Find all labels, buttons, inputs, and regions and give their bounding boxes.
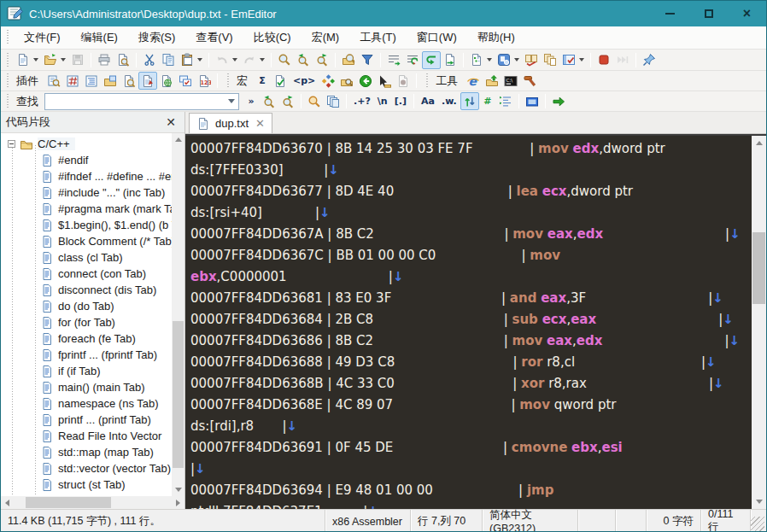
dropdown-arrow-icon[interactable] bbox=[260, 58, 265, 61]
back-arrow-macro-button[interactable] bbox=[356, 72, 375, 90]
snippet-item[interactable]: fprintf ... (fprintf Tab) bbox=[1, 347, 172, 363]
resize-grip[interactable] bbox=[751, 517, 764, 531]
compare-button[interactable] bbox=[522, 51, 541, 69]
undo-button[interactable] bbox=[213, 51, 231, 69]
scroll-up-icon[interactable] bbox=[752, 136, 766, 150]
snippet-item[interactable]: printf ... (printf Tab) bbox=[1, 412, 172, 428]
snippets-plugin-button[interactable] bbox=[138, 72, 157, 90]
snippet-item[interactable]: Block Comment (/* Tab) bbox=[1, 233, 172, 249]
find-in-files-button[interactable] bbox=[339, 51, 358, 69]
scroll-thumb[interactable] bbox=[26, 497, 111, 508]
snippet-item[interactable]: disconnect (dis Tab) bbox=[1, 282, 172, 298]
snippet-item[interactable]: #ifndef ... #define ... #endif bbox=[1, 168, 172, 184]
search-folder-macro-button[interactable] bbox=[337, 72, 356, 90]
dropdown-arrow-icon[interactable] bbox=[579, 58, 584, 61]
tidy-macro-button[interactable] bbox=[319, 72, 337, 90]
overflow-chevron[interactable]: » bbox=[243, 92, 260, 110]
find-previous-button[interactable] bbox=[294, 51, 313, 69]
print-preview-button[interactable] bbox=[114, 51, 132, 69]
browser-tool-button[interactable]: e bbox=[464, 72, 483, 90]
copy-results-button[interactable] bbox=[324, 92, 343, 110]
snippets-horizontal-scrollbar[interactable] bbox=[1, 496, 184, 509]
menu-item-1[interactable]: 编辑(E) bbox=[71, 26, 128, 49]
menu-item-0[interactable]: 文件(F) bbox=[14, 26, 71, 49]
jump-button[interactable] bbox=[549, 92, 568, 110]
snippet-item[interactable]: struct (st Tab) bbox=[1, 476, 172, 493]
snippets-panel-close-icon[interactable]: ✕ bbox=[162, 115, 179, 129]
cursor-ruler-macro-button[interactable] bbox=[375, 72, 394, 90]
command-prompt-tool-button[interactable]: C:\ bbox=[501, 72, 520, 90]
find-next-button[interactable] bbox=[313, 51, 331, 69]
wrap-by-characters-button[interactable] bbox=[403, 51, 422, 69]
projects-plugin-button[interactable] bbox=[176, 72, 195, 90]
save-button[interactable] bbox=[68, 51, 87, 69]
findbar-next-button[interactable] bbox=[278, 92, 297, 110]
pin-button[interactable] bbox=[640, 51, 659, 69]
escape-toggle-button[interactable]: \n bbox=[374, 92, 391, 110]
dropdown-arrow-icon[interactable] bbox=[487, 58, 492, 61]
snippet-item[interactable]: do (do Tab) bbox=[1, 298, 172, 314]
scroll-thumb[interactable] bbox=[173, 321, 184, 468]
scroll-up-icon[interactable] bbox=[172, 133, 184, 146]
snippets-vertical-scrollbar[interactable] bbox=[172, 133, 184, 496]
dropdown-arrow-icon[interactable] bbox=[514, 58, 519, 61]
findbar-previous-button[interactable] bbox=[260, 92, 278, 110]
snippet-item[interactable]: Read File Into Vector bbox=[1, 428, 172, 444]
run-macro-button[interactable] bbox=[613, 51, 632, 69]
whole-word-button[interactable]: .w. bbox=[438, 92, 460, 110]
redo-button[interactable] bbox=[240, 51, 259, 69]
regex-toggle-button[interactable]: .+? bbox=[350, 92, 374, 110]
snippet-item[interactable]: main() (main Tab) bbox=[1, 379, 172, 395]
snippet-item[interactable]: connect (con Tab) bbox=[1, 266, 172, 282]
tab-dup-txt[interactable]: dup.txt ✕ bbox=[189, 113, 272, 133]
filter-button[interactable] bbox=[358, 51, 377, 69]
no-wrap-button[interactable] bbox=[384, 51, 403, 69]
dropdown-arrow-icon[interactable] bbox=[61, 58, 66, 61]
text-editor[interactable]: 00007FF84DD63670 | 8B 14 25 30 03 FE 7F … bbox=[185, 136, 752, 509]
number-toggle-button[interactable]: # bbox=[479, 92, 496, 110]
explorer-plugin-button[interactable] bbox=[101, 72, 120, 90]
display-button[interactable] bbox=[523, 92, 542, 110]
dropdown-arrow-icon[interactable] bbox=[232, 58, 237, 61]
print-button[interactable] bbox=[95, 51, 114, 69]
snippet-item[interactable]: if (if Tab) bbox=[1, 363, 172, 379]
menu-item-6[interactable]: 工具(T) bbox=[349, 26, 407, 49]
menu-item-2[interactable]: 搜索(S) bbox=[128, 26, 185, 49]
snippet-item[interactable]: class (cl Tab) bbox=[1, 249, 172, 266]
htmlbar-plugin-button[interactable] bbox=[63, 72, 82, 90]
close-button[interactable]: × bbox=[728, 1, 766, 26]
menu-item-5[interactable]: 宏(M) bbox=[302, 26, 350, 49]
find-input-field[interactable] bbox=[45, 95, 225, 108]
paste-button[interactable] bbox=[178, 51, 196, 69]
wildcard-toggle-button[interactable]: [.] bbox=[391, 92, 410, 110]
snippet-item[interactable]: for (for Tab) bbox=[1, 314, 172, 330]
collapse-icon[interactable] bbox=[8, 140, 15, 148]
dropdown-arrow-icon[interactable] bbox=[197, 58, 202, 61]
scroll-left-icon[interactable] bbox=[1, 496, 14, 509]
scroll-down-icon[interactable] bbox=[752, 494, 766, 509]
findbar-plugin-button[interactable] bbox=[120, 72, 138, 90]
snippet-item[interactable]: #pragma mark (mark Tab) bbox=[1, 201, 172, 217]
scroll-thumb[interactable] bbox=[752, 232, 765, 304]
snippet-item[interactable]: $1.begin(), $1.end() (b Tab) bbox=[1, 217, 172, 233]
menu-item-8[interactable]: 帮助(H) bbox=[467, 26, 525, 49]
filter-lines-button[interactable] bbox=[496, 92, 515, 110]
tree-root-cpp[interactable]: C/C++ bbox=[1, 136, 172, 152]
outline-plugin-button[interactable] bbox=[82, 72, 101, 90]
scroll-right-icon[interactable] bbox=[172, 496, 184, 509]
match-case-button[interactable]: Aa bbox=[418, 92, 438, 110]
outline-button[interactable] bbox=[467, 51, 486, 69]
wrap-by-window-button[interactable] bbox=[422, 51, 441, 69]
check-macro-button[interactable] bbox=[271, 72, 290, 90]
snippet-item[interactable]: namespace (ns Tab) bbox=[1, 395, 172, 412]
cut-button[interactable] bbox=[140, 51, 159, 69]
build-tool-button[interactable] bbox=[520, 72, 539, 90]
tab-close-icon[interactable]: ✕ bbox=[255, 117, 265, 130]
new-file-button[interactable] bbox=[14, 51, 32, 69]
highlight-button[interactable] bbox=[305, 92, 324, 110]
workspace-button[interactable] bbox=[495, 51, 513, 69]
sigma-macro-button[interactable]: Σ bbox=[254, 72, 271, 90]
chevron-down-icon[interactable] bbox=[225, 94, 238, 109]
document-macro-button[interactable] bbox=[394, 72, 413, 90]
search-plugin-button[interactable] bbox=[44, 72, 63, 90]
